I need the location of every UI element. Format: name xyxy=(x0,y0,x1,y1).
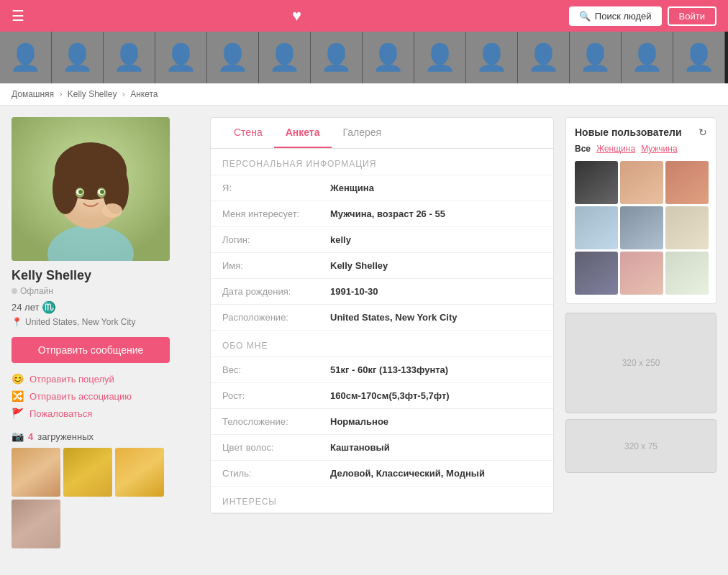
left-sidebar: Kelly Shelley Офлайн 24 лет ♏ 📍 United S… xyxy=(12,117,199,548)
user-thumb-5[interactable] xyxy=(620,206,663,249)
user-thumb-9[interactable] xyxy=(665,252,709,295)
user-thumb-4[interactable] xyxy=(575,206,618,249)
filter-all-tab[interactable]: Все xyxy=(575,144,591,154)
user-status: Офлайн xyxy=(12,286,199,296)
thumbnail-1[interactable] xyxy=(12,448,60,497)
hamburger-icon[interactable]: ☰ xyxy=(12,7,24,24)
strip-photo-2[interactable]: 👤 xyxy=(52,32,104,83)
strip-photo-12[interactable]: 👤 xyxy=(570,32,622,83)
search-icon: 🔍 xyxy=(579,11,591,22)
thumbnail-2[interactable] xyxy=(63,448,112,497)
weight-label: Вес: xyxy=(222,364,330,375)
profile-photo-svg xyxy=(12,117,170,261)
person-icon: 👤 xyxy=(165,42,197,73)
strip-photo-11[interactable]: 👤 xyxy=(518,32,570,83)
photos-count: 4 xyxy=(28,431,33,442)
header-right: 🔍 Поиск людей Войти xyxy=(569,6,716,26)
header-left: ☰ xyxy=(12,7,24,24)
tab-gallery[interactable]: Галерея xyxy=(332,118,393,148)
center-content: Стена Анкета Галерея ПЕРСОНАЛЬНАЯ ИНФОРМ… xyxy=(210,117,554,548)
body-value: Нормальное xyxy=(330,416,388,427)
breadcrumb-sep-2: › xyxy=(122,89,125,99)
breadcrumb-sep-1: › xyxy=(59,89,62,99)
user-thumb-8[interactable] xyxy=(620,252,663,295)
send-association-link[interactable]: 🔀 Отправить ассоциацию xyxy=(12,390,199,402)
user-thumb-1[interactable] xyxy=(575,161,618,204)
strip-photo-13[interactable]: 👤 xyxy=(622,32,673,83)
user-location: 📍 United States, New York City xyxy=(12,317,199,327)
person-icon: 👤 xyxy=(320,42,352,73)
ad-block-small: 320 x 75 xyxy=(565,419,716,473)
breadcrumb-user-link[interactable]: Kelly Shelley xyxy=(68,89,117,99)
action-links: 😊 Отправить поцелуй 🔀 Отправить ассоциац… xyxy=(12,373,199,419)
person-icon: 👤 xyxy=(424,42,456,73)
style-row: Стиль: Деловой, Классический, Модный xyxy=(211,461,553,487)
photos-section: 📷 4 загруженных xyxy=(12,431,199,548)
zodiac-icon: ♏ xyxy=(42,300,56,314)
photo-strip: 👤 👤 👤 👤 👤 👤 👤 👤 👤 👤 👤 👤 👤 👤 xyxy=(0,32,728,83)
user-thumb-2[interactable] xyxy=(620,161,663,204)
thumbnail-3[interactable] xyxy=(115,448,164,497)
strip-photo-14[interactable]: 👤 xyxy=(673,32,725,83)
height-row: Рост: 160см-170см(5,3фт-5,7фт) xyxy=(211,383,553,409)
login-row: Логин: kelly xyxy=(211,227,553,253)
person-icon: 👤 xyxy=(113,42,145,73)
login-value: kelly xyxy=(330,234,351,245)
user-thumb-6[interactable] xyxy=(665,206,709,249)
user-age-zodiac: 24 лет ♏ xyxy=(12,300,199,314)
refresh-icon[interactable]: ↻ xyxy=(699,126,707,138)
interested-value: Мужчина, возраст 26 - 55 xyxy=(330,208,445,219)
person-icon: 👤 xyxy=(9,42,42,73)
location-row: Расположение: United States, New York Ci… xyxy=(211,305,553,331)
person-icon: 👤 xyxy=(683,42,715,73)
new-users-header: Новые пользователи ↻ xyxy=(575,126,707,138)
photos-label: загруженных xyxy=(37,431,94,442)
svg-point-12 xyxy=(100,190,104,194)
strip-photo-5[interactable]: 👤 xyxy=(207,32,259,83)
name-label: Имя: xyxy=(222,260,330,271)
ad-block-large: 320 x 250 xyxy=(565,313,716,413)
user-thumb-3[interactable] xyxy=(665,161,709,204)
search-button[interactable]: 🔍 Поиск людей xyxy=(569,6,662,26)
strip-photo-4[interactable]: 👤 xyxy=(155,32,207,83)
profile-photo[interactable] xyxy=(12,117,170,261)
person-icon: 👤 xyxy=(579,42,611,73)
status-dot-icon xyxy=(12,288,17,294)
strip-photo-10[interactable]: 👤 xyxy=(466,32,518,83)
report-link[interactable]: 🚩 Пожаловаться xyxy=(12,408,199,419)
filter-tabs: Все Женщина Мужчина xyxy=(575,144,707,154)
flag-icon: 🚩 xyxy=(12,408,24,419)
body-row: Телосложение: Нормальное xyxy=(211,409,553,435)
filter-female-tab[interactable]: Женщина xyxy=(596,144,635,154)
new-users-title: Новые пользователи xyxy=(575,126,682,138)
strip-photo-1[interactable]: 👤 xyxy=(0,32,52,83)
filter-male-tab[interactable]: Мужчина xyxy=(641,144,677,154)
person-icon: 👤 xyxy=(631,42,663,73)
birthday-value: 1991-10-30 xyxy=(330,286,378,297)
strip-photo-9[interactable]: 👤 xyxy=(414,32,466,83)
thumbnail-4[interactable] xyxy=(12,500,60,548)
user-name: Kelly Shelley xyxy=(12,268,199,283)
svg-point-11 xyxy=(78,190,83,194)
breadcrumb: Домашняя › Kelly Shelley › Анкета xyxy=(0,83,728,106)
login-button[interactable]: Войти xyxy=(668,6,716,26)
strip-photo-3[interactable]: 👤 xyxy=(104,32,155,83)
hair-row: Цвет волос: Каштановый xyxy=(211,435,553,461)
strip-photo-7[interactable]: 👤 xyxy=(311,32,363,83)
send-message-button[interactable]: Отправить сообщение xyxy=(12,337,170,363)
height-value: 160см-170см(5,3фт-5,7фт) xyxy=(330,390,450,401)
tab-profile[interactable]: Анкета xyxy=(274,118,332,148)
tab-wall[interactable]: Стена xyxy=(222,118,274,148)
interested-label: Меня интересует: xyxy=(222,208,330,219)
user-thumb-7[interactable] xyxy=(575,252,618,295)
header: ☰ ♥ 🔍 Поиск людей Войти xyxy=(0,0,728,32)
location-pin-icon: 📍 xyxy=(12,317,22,327)
kiss-icon: 😊 xyxy=(12,373,24,385)
height-label: Рост: xyxy=(222,390,330,401)
send-kiss-link[interactable]: 😊 Отправить поцелуй xyxy=(12,373,199,385)
strip-photo-6[interactable]: 👤 xyxy=(259,32,311,83)
strip-photo-8[interactable]: 👤 xyxy=(363,32,414,83)
breadcrumb-home-link[interactable]: Домашняя xyxy=(12,89,54,99)
person-icon: 👤 xyxy=(476,42,508,73)
personal-info-header: ПЕРСОНАЛЬНАЯ ИНФОРМАЦИЯ xyxy=(211,149,553,175)
